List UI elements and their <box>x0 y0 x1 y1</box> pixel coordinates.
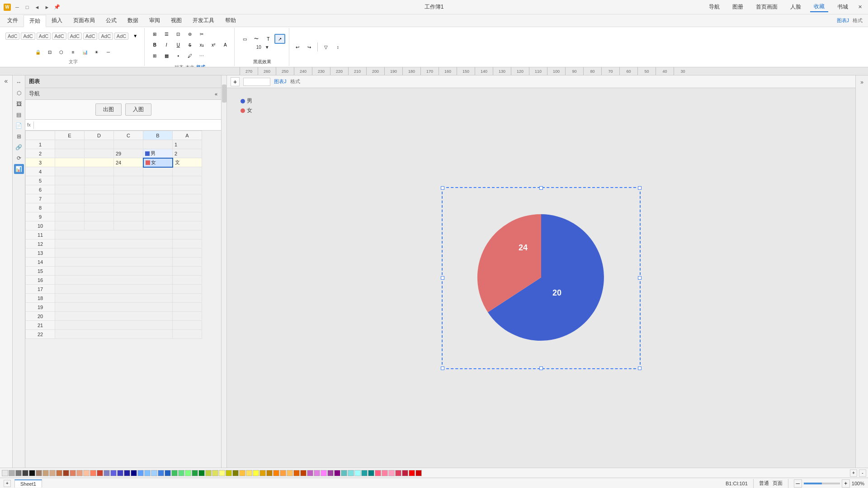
sidebar-item-shapes[interactable]: ⬡ <box>14 88 24 98</box>
font-style-7[interactable]: AdC <box>99 33 113 40</box>
close-btn[interactable]: ✕ <box>855 3 864 12</box>
color-swatch[interactable] <box>56 470 62 476</box>
line-btn[interactable]: ─ <box>103 47 114 57</box>
curve-btn[interactable]: 〜 <box>251 34 262 44</box>
handle-bm[interactable] <box>539 366 543 370</box>
cell-merged-22[interactable] <box>55 330 173 339</box>
cell-merged-15[interactable] <box>55 267 173 276</box>
text-box-btn[interactable]: T <box>263 34 274 44</box>
more-btn[interactable]: ⋯ <box>196 51 207 61</box>
color-swatch[interactable] <box>280 470 286 476</box>
cell-e5[interactable] <box>55 176 85 185</box>
superscript-btn[interactable]: x² <box>208 40 219 50</box>
color-swatch[interactable] <box>205 470 212 476</box>
cell-a10[interactable] <box>173 221 202 230</box>
color-swatch[interactable] <box>307 470 313 476</box>
color-swatch[interactable] <box>368 470 374 476</box>
fill-btn[interactable]: ▪ <box>173 51 184 61</box>
cell-d8[interactable] <box>85 203 114 212</box>
underline-btn[interactable]: U <box>173 40 184 50</box>
color-swatch[interactable] <box>42 470 49 476</box>
color-swatch[interactable] <box>361 470 368 476</box>
color-swatch[interactable] <box>137 470 144 476</box>
font-style-6[interactable]: AdC <box>83 33 97 40</box>
cell-c2[interactable]: 29 <box>114 149 143 158</box>
cell-b7[interactable] <box>143 194 173 203</box>
cell-e6[interactable] <box>55 185 85 194</box>
color-swatch[interactable] <box>415 470 422 476</box>
handle-tl[interactable] <box>441 186 444 190</box>
color-swatch[interactable] <box>185 470 191 476</box>
handle-ml[interactable] <box>441 276 444 280</box>
color-swatch[interactable] <box>90 470 96 476</box>
color-swatch[interactable] <box>117 470 123 476</box>
cell-merged-12[interactable] <box>55 239 173 249</box>
col-header-d[interactable]: D <box>85 131 114 140</box>
cell-e2[interactable] <box>55 149 85 158</box>
color-swatch[interactable] <box>259 470 266 476</box>
cell-b4[interactable] <box>143 167 173 176</box>
chart-format-btn[interactable]: 图表J <box>837 17 849 24</box>
handle-tm[interactable] <box>539 186 543 190</box>
cell-a7[interactable] <box>173 194 202 203</box>
color-swatch[interactable] <box>239 470 245 476</box>
cell-c9[interactable] <box>114 212 143 221</box>
zoom-slider[interactable] <box>804 483 840 484</box>
redo-btn[interactable]: ↪ <box>304 42 315 52</box>
cell-merged-19[interactable] <box>55 303 173 312</box>
handle-tr[interactable] <box>638 186 642 190</box>
color-swatch[interactable] <box>83 470 90 476</box>
cell-a16[interactable] <box>173 276 202 285</box>
zoom-out-btn[interactable]: ─ <box>794 479 802 488</box>
zoom-in-chart-btn[interactable]: + <box>231 77 240 86</box>
cell-b2[interactable]: 男 <box>143 149 173 158</box>
pointer-btn[interactable]: ↗ <box>274 34 285 44</box>
nav-fwd-btn[interactable]: ► <box>42 3 52 12</box>
cell-d2[interactable] <box>85 149 114 158</box>
cell-e4[interactable] <box>55 167 85 176</box>
cell-merged-13[interactable] <box>55 249 173 258</box>
right-sidebar-collapse[interactable]: » <box>857 77 867 87</box>
homepage-tab[interactable]: 首页画面 <box>752 2 781 12</box>
cell-a18[interactable] <box>173 294 202 303</box>
chart-search-input[interactable] <box>243 78 270 86</box>
grid-container[interactable]: E D C B A 1 <box>25 131 221 468</box>
sidebar-item-arrow[interactable]: ↔ <box>14 77 24 87</box>
favorites-tab[interactable]: 收藏 <box>810 2 828 12</box>
pin-btn[interactable]: 📌 <box>52 3 61 12</box>
sidebar-item-link[interactable]: 🔗 <box>14 142 24 152</box>
color-swatch[interactable] <box>388 470 395 476</box>
sidebar-item-pages[interactable]: 📄 <box>14 121 24 131</box>
color-swatch[interactable] <box>110 470 117 476</box>
color-swatch[interactable] <box>9 470 15 476</box>
cell-a19[interactable] <box>173 303 202 312</box>
color-swatch[interactable] <box>165 470 171 476</box>
highlight-btn[interactable]: 🖊 <box>184 51 195 61</box>
cell-a9[interactable] <box>173 212 202 221</box>
color-swatch[interactable] <box>232 470 239 476</box>
sheet-tab-1[interactable]: Sheet1 <box>14 479 42 488</box>
cell-e10[interactable] <box>55 221 85 230</box>
color-swatch[interactable] <box>293 470 300 476</box>
cell-d10[interactable] <box>85 221 114 230</box>
strikethrough-btn[interactable]: S̶ <box>184 40 195 50</box>
more-styles-btn[interactable]: ▼ <box>130 31 141 41</box>
color-swatch[interactable] <box>76 470 83 476</box>
handle-mr[interactable] <box>638 276 642 280</box>
vertical-scrollbar[interactable] <box>222 75 227 468</box>
color-swatch[interactable] <box>144 470 151 476</box>
scroll-thumb[interactable] <box>222 84 226 103</box>
images-tab[interactable]: 图册 <box>729 2 747 12</box>
font-style-3[interactable]: AdC <box>37 33 51 40</box>
color-swatch[interactable] <box>266 470 273 476</box>
color-swatch[interactable] <box>382 470 388 476</box>
color-swatch[interactable] <box>49 470 56 476</box>
font-color-btn[interactable]: A <box>220 40 231 50</box>
sidebar-item-refresh[interactable]: ⟳ <box>14 153 24 163</box>
align-btn[interactable]: ≡ <box>68 47 79 57</box>
people-tab[interactable]: 人脸 <box>787 2 805 12</box>
color-swatch[interactable] <box>314 470 320 476</box>
minimize-btn[interactable]: ─ <box>13 3 22 12</box>
cell-a1[interactable]: 1 <box>173 140 202 149</box>
scissors-btn[interactable]: ✂ <box>196 29 207 39</box>
